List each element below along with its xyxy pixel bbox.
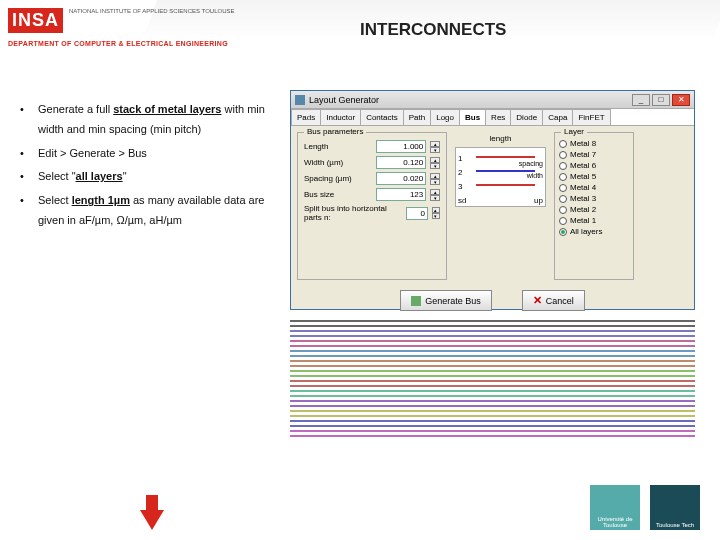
bullet-list: • Generate a full stack of metal layers … xyxy=(20,100,265,235)
window-title: Layout Generator xyxy=(309,95,379,105)
generate-bus-button[interactable]: Generate Bus xyxy=(400,290,492,311)
group-label: Bus parameters xyxy=(304,127,366,136)
spacing-label: Spacing (µm) xyxy=(304,174,372,183)
tab-pads[interactable]: Pads xyxy=(291,109,321,125)
tab-res[interactable]: Res xyxy=(485,109,511,125)
radio-icon xyxy=(559,228,567,236)
spin-down-icon[interactable]: ▾ xyxy=(430,195,440,201)
bullet-text-2: Select "all layers" xyxy=(38,167,265,187)
radio-icon xyxy=(559,173,567,181)
spin-down-icon[interactable]: ▾ xyxy=(430,179,440,185)
cancel-icon: ✕ xyxy=(533,294,542,307)
bussize-label: Bus size xyxy=(304,190,372,199)
bullet-text-1: Edit > Generate > Bus xyxy=(38,144,265,164)
tab-logo[interactable]: Logo xyxy=(430,109,460,125)
layer-radio-5[interactable]: Metal 3 xyxy=(559,194,629,203)
radio-icon xyxy=(559,206,567,214)
insa-logo-block: INSA NATIONAL INSTITUTE OF APPLIED SCIEN… xyxy=(8,8,235,33)
layout-generator-window: Layout Generator _ □ ✕ PadsInductorConta… xyxy=(290,90,695,310)
tab-bus[interactable]: Bus xyxy=(459,109,486,125)
maximize-button[interactable]: □ xyxy=(652,94,670,106)
tab-diode[interactable]: Diode xyxy=(510,109,543,125)
layer-radio-8[interactable]: All layers xyxy=(559,227,629,236)
tab-finfet[interactable]: FinFET xyxy=(572,109,610,125)
bullet-text-3: Select length 1µm as many available data… xyxy=(38,191,265,231)
close-button[interactable]: ✕ xyxy=(672,94,690,106)
univ-toulouse-logo: Université de Toulouse xyxy=(590,485,640,530)
preview-length-label: length xyxy=(455,134,546,143)
bussize-input[interactable] xyxy=(376,188,426,201)
minimize-button[interactable]: _ xyxy=(632,94,650,106)
tab-inductor[interactable]: Inductor xyxy=(320,109,361,125)
spin-down-icon[interactable]: ▾ xyxy=(430,163,440,169)
bullet-dot: • xyxy=(20,167,38,187)
layer-group-label: Layer xyxy=(561,127,587,136)
bullet-dot: • xyxy=(20,144,38,164)
layer-radio-2[interactable]: Metal 6 xyxy=(559,161,629,170)
width-input[interactable] xyxy=(376,156,426,169)
generate-icon xyxy=(411,296,421,306)
spacing-input[interactable] xyxy=(376,172,426,185)
insa-logo: INSA xyxy=(8,8,63,33)
cancel-button[interactable]: ✕ Cancel xyxy=(522,290,585,311)
preview-canvas: 1 2 spacing width 3 sd up xyxy=(455,147,546,207)
tab-contacts[interactable]: Contacts xyxy=(360,109,404,125)
radio-icon xyxy=(559,140,567,148)
bus-preview: length 1 2 spacing width 3 sd up xyxy=(453,132,548,280)
bus-parameters-group: Bus parameters Length ▴▾ Width (µm) ▴▾ S… xyxy=(297,132,447,280)
tab-strip: PadsInductorContactsPathLogoBusResDiodeC… xyxy=(291,109,694,126)
radio-icon xyxy=(559,217,567,225)
app-icon xyxy=(295,95,305,105)
titlebar[interactable]: Layout Generator _ □ ✕ xyxy=(291,91,694,109)
bullet-text-0: Generate a full stack of metal layers wi… xyxy=(38,100,265,140)
split-label: Split bus into horizontal parts n: xyxy=(304,204,402,222)
red-arrow-icon xyxy=(140,510,164,530)
layer-radio-0[interactable]: Metal 8 xyxy=(559,139,629,148)
split-input[interactable] xyxy=(406,207,428,220)
page-title: INTERCONNECTS xyxy=(360,20,506,40)
tab-capa[interactable]: Capa xyxy=(542,109,573,125)
length-label: Length xyxy=(304,142,372,151)
layer-radio-1[interactable]: Metal 7 xyxy=(559,150,629,159)
bullet-dot: • xyxy=(20,191,38,231)
insa-subtitle: NATIONAL INSTITUTE OF APPLIED SCIENCES T… xyxy=(69,8,234,15)
length-input[interactable] xyxy=(376,140,426,153)
radio-icon xyxy=(559,162,567,170)
layer-radio-3[interactable]: Metal 5 xyxy=(559,172,629,181)
layer-group: Layer Metal 8Metal 7Metal 6Metal 5Metal … xyxy=(554,132,634,280)
radio-icon xyxy=(559,195,567,203)
layer-radio-4[interactable]: Metal 4 xyxy=(559,183,629,192)
layer-radio-7[interactable]: Metal 1 xyxy=(559,216,629,225)
tab-path[interactable]: Path xyxy=(403,109,431,125)
radio-icon xyxy=(559,151,567,159)
radio-icon xyxy=(559,184,567,192)
width-label: Width (µm) xyxy=(304,158,372,167)
department-label: DEPARTMENT OF COMPUTER & ELECTRICAL ENGI… xyxy=(8,40,228,47)
layer-radio-6[interactable]: Metal 2 xyxy=(559,205,629,214)
toulouse-tech-logo: Toulouse Tech xyxy=(650,485,700,530)
metal-stack-preview-image xyxy=(290,320,695,450)
spin-down-icon[interactable]: ▾ xyxy=(432,213,440,219)
bullet-dot: • xyxy=(20,100,38,140)
spin-down-icon[interactable]: ▾ xyxy=(430,147,440,153)
